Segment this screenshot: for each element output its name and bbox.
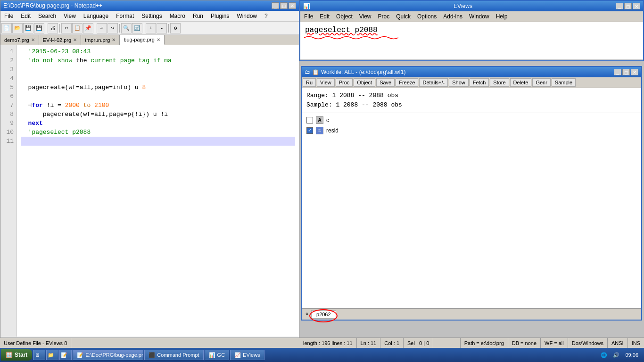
ev-minimize-btn[interactable]: _ [616, 3, 623, 9]
ev-menu-proc[interactable]: Proc [376, 12, 392, 21]
menu-macro[interactable]: Macro [168, 12, 187, 20]
ev-menu-options[interactable]: Options [415, 12, 438, 21]
ev-menu-view[interactable]: View [357, 12, 373, 21]
open-btn[interactable]: 📂 [12, 23, 23, 33]
code-content[interactable]: '2015-06-23 08:43 'do not show the curre… [17, 45, 299, 337]
zoom-out-btn[interactable]: - [157, 23, 167, 33]
ev-menu-object[interactable]: Object [334, 12, 355, 21]
ev-status-length: length : 196 lines : 11 [299, 338, 357, 348]
taskbar-icon3[interactable]: 📝 [59, 350, 72, 360]
wf-btn-proc[interactable]: Proc [336, 78, 353, 87]
taskbar-gc[interactable]: 📊 GC [205, 350, 230, 360]
wf-tab-p2062[interactable]: p2062 [311, 310, 336, 319]
wf-btn-delete[interactable]: Delete [510, 78, 532, 87]
replace-btn[interactable]: 🔄 [132, 23, 142, 33]
menu-help[interactable]: ? [263, 12, 270, 20]
tab-bug-page[interactable]: bug-page.prg ✕ [120, 35, 164, 45]
menu-edit[interactable]: Edit [19, 12, 33, 20]
print-btn[interactable]: 🖨 [48, 23, 58, 33]
menu-settings[interactable]: Settings [140, 12, 164, 20]
menu-search[interactable]: Search [36, 12, 58, 20]
eviews-window: 📊 EViews _ ◻ ✕ File Edit Object View Pro… [299, 0, 644, 61]
eviews-titlebar: 📊 EViews _ ◻ ✕ [300, 1, 643, 11]
taskbar-eviews[interactable]: 📈 EViews [230, 350, 264, 360]
redo-btn[interactable]: ↪ [107, 23, 118, 33]
wf-btn-store[interactable]: Store [490, 78, 509, 87]
taskbar-icon1[interactable]: 🖥 [33, 350, 45, 360]
menu-view[interactable]: View [62, 12, 78, 20]
wf-btn-save[interactable]: Save [376, 78, 395, 87]
ev-menu-file[interactable]: File [302, 12, 315, 21]
taskbar-notepad[interactable]: 📝 E:\Doc\PRG\bug-page.pr... [73, 350, 143, 360]
ev-menu-edit[interactable]: Edit [318, 12, 331, 21]
wf-minimize-btn[interactable]: _ [614, 69, 621, 75]
sep3 [95, 24, 95, 33]
tab-close-ev-h02[interactable]: ✕ [73, 37, 77, 42]
tab-close-tmprun[interactable]: ✕ [112, 37, 116, 42]
ev-restore-btn[interactable]: ◻ [624, 3, 632, 9]
tab-close-bug-page[interactable]: ✕ [157, 37, 160, 42]
undo-btn[interactable]: ↩ [97, 23, 107, 33]
new-btn[interactable]: 📄 [1, 23, 12, 33]
ev-close-btn[interactable]: ✕ [633, 3, 640, 9]
notepad-menubar: File Edit Search View Language Format Se… [0, 11, 299, 22]
editor-area[interactable]: 1 2 3 4 5 6 7 8 9 10 11 '2015-06-23 08:4… [0, 45, 299, 337]
workfile-toolbar: Ru View Proc Object Save Freeze Details+… [302, 77, 641, 88]
wf-btn-ru[interactable]: Ru [303, 78, 316, 87]
tab-ev-h02[interactable]: EV-H-02.prg ✕ [39, 35, 82, 45]
wf-btn-freeze[interactable]: Freeze [396, 78, 418, 87]
ev-status-dos: Dos\Windows [568, 338, 607, 348]
line-numbers: 1 2 3 4 5 6 7 8 9 10 11 [0, 45, 17, 337]
zoom-in-btn[interactable]: + [146, 23, 156, 33]
menu-window[interactable]: Window [235, 12, 259, 20]
menu-run[interactable]: Run [191, 12, 205, 20]
taskbar-cmd[interactable]: ⬛ Command Prompt [144, 350, 203, 360]
wf-btn-genr[interactable]: Genr [532, 78, 550, 87]
menu-plugins[interactable]: Plugins [209, 12, 231, 20]
taskbar-eviews-icon: 📈 [234, 352, 241, 358]
tab-close-demo7[interactable]: ✕ [31, 37, 35, 42]
menu-file[interactable]: File [2, 12, 15, 20]
wf-btn-fetch[interactable]: Fetch [470, 78, 489, 87]
code-line-10: 'pageselect p2088 [21, 128, 295, 137]
ev-status-db2: DB = none [508, 338, 540, 348]
settings-btn[interactable]: ⚙ [170, 23, 181, 33]
wf-btn-details[interactable]: Details+/- [419, 78, 448, 87]
ev-menu-help[interactable]: Help [494, 12, 510, 21]
wf-checkbox-c[interactable] [306, 117, 313, 123]
code-line-7: ⊣for !i = 2000 to 2100 [21, 101, 295, 110]
save-btn[interactable]: 💾 [23, 23, 33, 33]
menu-format[interactable]: Format [114, 12, 136, 20]
wf-btn-show[interactable]: Show [449, 78, 469, 87]
close-btn[interactable]: ✕ [289, 2, 296, 9]
code-line-4 [21, 74, 295, 83]
copy-btn[interactable]: 📋 [72, 23, 83, 33]
ev-menu-quick[interactable]: Quick [394, 12, 413, 21]
paste-btn[interactable]: 📌 [83, 23, 93, 33]
cut-btn[interactable]: ✂ [61, 23, 72, 33]
ev-menu-window[interactable]: Window [467, 12, 491, 21]
taskbar-icon2[interactable]: 📁 [46, 350, 58, 360]
systray-network[interactable]: 🌐 [599, 352, 609, 358]
taskbar-notepad-label: E:\Doc\PRG\bug-page.pr... [85, 352, 143, 358]
wf-checkbox-resid[interactable]: ✓ [306, 127, 313, 134]
wf-close-btn[interactable]: ✕ [631, 69, 638, 75]
wf-btn-object[interactable]: Object [354, 78, 375, 87]
wf-btn-sample[interactable]: Sample [552, 78, 576, 87]
save-all-btn[interactable]: 💾 [34, 23, 44, 33]
start-button[interactable]: 🪟 Start [1, 349, 32, 361]
wf-restore-btn[interactable]: ◻ [622, 69, 630, 75]
minimize-btn[interactable]: _ [272, 2, 279, 9]
systray-sound[interactable]: 🔊 [611, 352, 621, 358]
menu-language[interactable]: Language [82, 12, 110, 20]
workfile-window: 🗂 📋 Workfile: ALL - (e:\doc\prg\all.wf1)… [301, 66, 642, 321]
code-line-11 [21, 137, 295, 146]
eviews-menubar: File Edit Object View Proc Quick Options… [300, 11, 643, 22]
tab-tmprun[interactable]: tmprun.prg ✕ [81, 35, 120, 45]
restore-btn[interactable]: ◻ [280, 2, 288, 9]
wf-btn-view[interactable]: View [317, 78, 335, 87]
find-btn[interactable]: 🔍 [121, 23, 132, 33]
tab-demo7[interactable]: demo7.prg ✕ [0, 35, 39, 45]
ev-menu-addins[interactable]: Add-ins [441, 12, 464, 21]
scroll-left-btn[interactable]: « [304, 312, 310, 317]
